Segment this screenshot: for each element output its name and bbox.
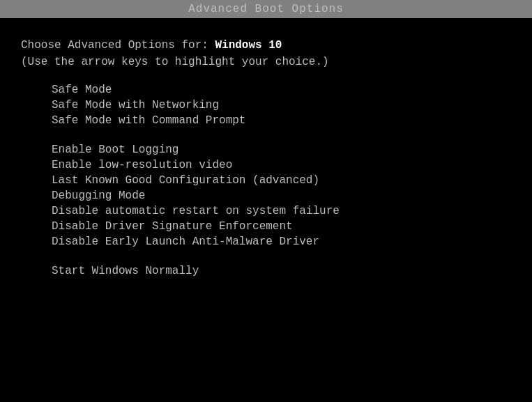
menu-section: Safe Mode Safe Mode with Networking Safe… [21, 82, 511, 279]
header-prefix: Choose Advanced Options for: [21, 39, 215, 52]
menu-item-disable-auto-restart[interactable]: Disable automatic restart on system fail… [21, 203, 511, 219]
menu-item-debugging-mode[interactable]: Debugging Mode [21, 188, 511, 203]
menu-item-disable-early-launch[interactable]: Disable Early Launch Anti-Malware Driver [21, 234, 511, 249]
menu-item-disable-driver-signature[interactable]: Disable Driver Signature Enforcement [21, 219, 511, 234]
menu-item-safe-mode-networking[interactable]: Safe Mode with Networking [21, 98, 511, 113]
menu-item-enable-low-res-video[interactable]: Enable low-resolution video [21, 157, 511, 173]
spacer-2 [21, 249, 511, 263]
menu-item-safe-mode-command-prompt[interactable]: Safe Mode with Command Prompt [21, 113, 511, 128]
header-os-name: Windows 10 [215, 39, 282, 52]
header-line-1: Choose Advanced Options for: Windows 10 [21, 39, 511, 52]
header-line-2: (Use the arrow keys to highlight your ch… [21, 56, 511, 68]
menu-item-last-known-good[interactable]: Last Known Good Configuration (advanced) [21, 173, 511, 188]
title-bar: Advanced Boot Options [0, 0, 532, 18]
menu-item-enable-boot-logging[interactable]: Enable Boot Logging [21, 142, 511, 157]
menu-item-start-windows-normally[interactable]: Start Windows Normally [21, 263, 511, 279]
menu-item-safe-mode[interactable]: Safe Mode [21, 82, 511, 98]
main-content: Choose Advanced Options for: Windows 10 … [0, 18, 532, 300]
spacer-1 [21, 128, 511, 142]
